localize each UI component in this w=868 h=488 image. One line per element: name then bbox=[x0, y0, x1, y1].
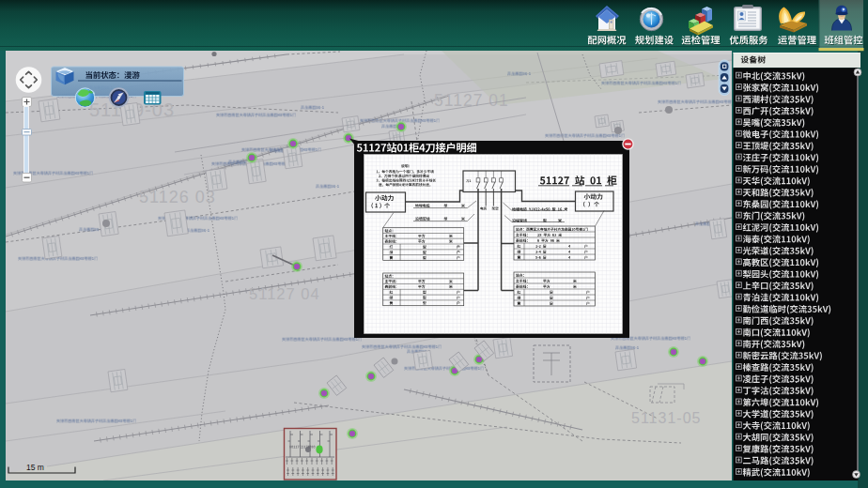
svg-text:15 m: 15 m bbox=[26, 463, 44, 472]
svg-text:51127 01: 51127 01 bbox=[434, 91, 509, 110]
svg-text:51126 03: 51126 03 bbox=[139, 188, 216, 206]
svg-text:51131-05: 51131-05 bbox=[631, 410, 701, 426]
svg-text:51127 04: 51127 04 bbox=[249, 285, 320, 302]
